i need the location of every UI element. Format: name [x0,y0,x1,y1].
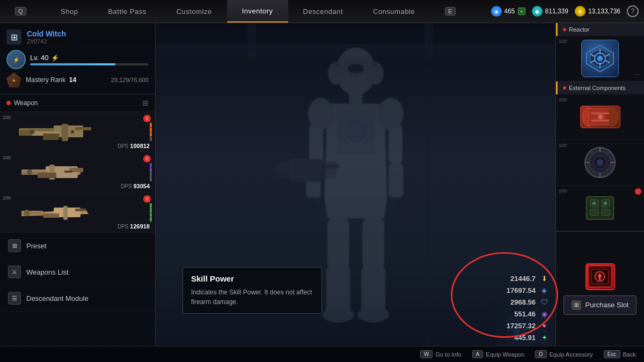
teal-currency-icon: ◆ [532,6,543,17]
svg-rect-48 [75,127,91,130]
svg-point-40 [322,307,354,323]
nav-e-key[interactable]: E [430,0,475,23]
blue-currency: ◈ 465 + [491,6,525,17]
svg-point-59 [27,169,32,175]
mastery-row: ▲ Mastery Rank 14 29,129/76,600 [6,72,149,87]
reactor-level: 100 [559,39,567,44]
svg-point-83 [598,114,603,120]
stat-value-3: 2968.56 [498,298,536,306]
svg-rect-47 [19,130,32,136]
weapon-mod-bar-1 [150,123,152,141]
purchase-btn-icon: ⊞ [572,300,581,310]
weapon-card-1[interactable]: 100 ! [0,112,155,152]
purchase-slot-area[interactable]: ⊞ Purchase Slot [556,231,644,346]
a-key: A [472,350,484,358]
stat-value-2: 17697.54 [498,286,536,294]
svg-rect-96 [602,209,610,216]
weapon-dps-2: DPS 93054 [121,183,150,189]
svg-point-51 [30,130,34,134]
descendant-module-button[interactable]: ☰ Descendant Module [0,285,155,312]
svg-rect-35 [290,159,321,182]
weapons-list-icon: ⚔ [8,265,21,278]
svg-rect-65 [43,213,59,218]
weapon-header: Weapon ⊞ [0,94,155,112]
blue-currency-add[interactable]: + [518,8,525,15]
svg-point-63 [24,210,30,216]
weapon-dps-1: DPS 100812 [118,143,150,149]
ext-slot-3-alert [635,188,641,195]
svg-point-97 [592,202,596,205]
top-navigation: Q Shop Battle Pass Customize Inventory D… [0,0,644,23]
purchase-slot-button[interactable]: ⊞ Purchase Slot [564,295,637,315]
nav-customize[interactable]: Customize [162,0,227,23]
stat-row-5: 17257.32 ♥ [456,320,553,331]
nav-consumable[interactable]: Consumable [358,0,430,23]
esc-key: Esc [604,350,620,358]
weapon-alert-3: ! [143,195,151,203]
stat-shield-icon: 🛡 [540,298,548,306]
right-panel: Reactor 100 ··· [555,23,644,346]
weapon-image-3 [16,198,97,227]
stat-value-4: 551.46 [498,310,536,318]
level-text: Lv. 40 ⚡ [30,54,149,62]
weapon-alert-2: ! [143,155,151,162]
hint-equip-accessory: D Equip Accessory [535,350,593,358]
stat-value-1: 21446.7 [498,275,536,283]
svg-rect-50 [43,134,59,140]
gold-currency: ● 13,133,736 [575,6,620,17]
weapon-card-3[interactable]: 100 ! DPS [0,193,155,233]
svg-rect-64 [63,206,68,220]
currency-bar: ◈ 465 + ◆ 811,339 ● 13,133,736 ? [486,0,644,23]
svg-rect-23 [349,92,362,104]
stat-row-1: 21446.7 ⬇ [456,272,553,284]
weapon-level-2: 100 [3,155,11,160]
nav-battle-pass[interactable]: Battle Pass [93,0,161,23]
svg-rect-33 [274,166,291,173]
svg-point-71 [597,56,603,61]
user-id: Z#0742 [27,38,66,45]
ext-slot-3[interactable]: 100 [556,186,644,231]
weapons-list-button[interactable]: ⚔ Weapons List [0,259,155,285]
hint-back: Esc Back [604,350,636,358]
main-content: ⊞ Cold Witch Z#0742 ⚡ Lv. 40 ⚡ [0,23,644,362]
svg-rect-31 [389,164,403,197]
ext-item-2 [583,146,618,179]
svg-point-80 [605,108,618,126]
weapon-image-2 [16,158,97,187]
preset-button[interactable]: ⊞ Preset [0,233,155,259]
svg-rect-29 [389,124,402,164]
weapon-card-2[interactable]: 100 ! DPS [0,152,155,193]
svg-rect-67 [30,212,43,214]
skill-power-tooltip: Skill Power Indicates the Skill Power. I… [182,267,322,314]
mastery-icon: ▲ [6,72,21,87]
profile-section: ⊞ Cold Witch Z#0742 ⚡ Lv. 40 ⚡ [0,23,155,94]
reactor-dot [563,28,566,31]
nav-quick-key[interactable]: Q [0,0,46,23]
help-button[interactable]: ? [627,5,639,17]
stat-def-icon: ◈ [540,286,548,294]
bottom-bar: W Go to Info A Equip Weapon D Equip Acce… [0,346,644,362]
svg-point-42 [333,61,339,67]
nav-descendant[interactable]: Descendant [288,0,358,23]
teal-currency: ◆ 811,339 [532,6,568,17]
ext-slot-2[interactable]: 100 [556,140,644,186]
tooltip-title: Skill Power [191,274,313,283]
reactor-more-icon: ··· [633,70,640,78]
ext-slot-1[interactable]: 100 [556,94,644,140]
nav-shop[interactable]: Shop [46,0,93,23]
ext-level-2: 100 [559,143,567,148]
purchase-icon [586,263,615,290]
weapon-mod-bar-3 [150,203,152,221]
svg-rect-66 [75,209,86,211]
ext-level-1: 100 [559,97,567,102]
nav-inventory[interactable]: Inventory [227,0,288,23]
weapon-alert-1: ! [143,115,151,122]
q-key-badge: Q [15,7,26,16]
stat-row-6: 445.91 ✦ [456,331,553,343]
reactor-item [581,40,619,77]
tooltip-description: Indicates the Skill Power. It does not a… [191,287,313,307]
svg-point-52 [71,130,74,134]
reactor-slot[interactable]: 100 ··· [556,36,644,82]
svg-rect-37 [362,218,384,269]
stat-sp-icon: ✦ [540,333,548,342]
